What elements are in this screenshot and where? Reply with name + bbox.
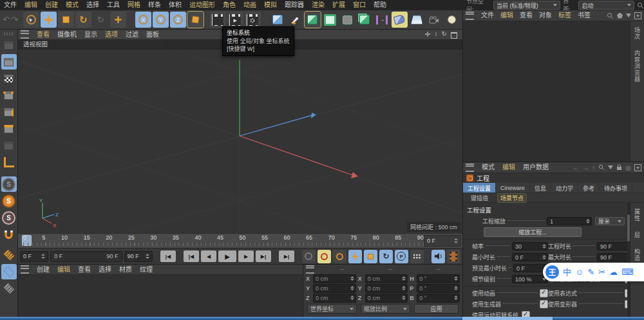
coordinate-system-button[interactable] — [187, 12, 204, 28]
viewport-menu-options[interactable]: 选项 — [101, 30, 122, 39]
move-tool-button[interactable] — [41, 12, 57, 28]
forward-icon[interactable]: → — [582, 164, 589, 171]
current-frame-spinner[interactable]: 0 F — [424, 235, 461, 247]
object-tree[interactable] — [463, 21, 630, 162]
sound-button[interactable] — [431, 250, 445, 263]
render-settings-button[interactable] — [245, 12, 261, 28]
ffd-deformer-button[interactable] — [339, 12, 355, 28]
scale-project-button[interactable]: 缩放工程... — [484, 227, 582, 237]
pos-y-input[interactable]: 0 cm — [313, 284, 356, 293]
tab-dynamics[interactable]: 动力学 — [551, 183, 578, 193]
drag-handle[interactable] — [4, 32, 14, 35]
texture-axis-mode-button[interactable] — [1, 138, 17, 153]
ime-emoji-icon[interactable]: ☺ — [575, 268, 583, 276]
om-menu-file[interactable]: 文件 — [478, 10, 497, 21]
scale-tool-button[interactable] — [58, 12, 74, 28]
menu-file[interactable]: 文件 — [0, 0, 21, 10]
material-menu-edit[interactable]: 编辑 — [53, 265, 74, 275]
min-time-input[interactable]: 0 F — [512, 253, 548, 261]
y-axis-lock-button[interactable]: Y — [153, 12, 169, 28]
lock-workplane-button[interactable] — [1, 264, 17, 279]
project-scale-unit-select[interactable]: 厘米 — [595, 217, 625, 225]
filter-icon[interactable] — [626, 14, 631, 17]
generator-cube-button[interactable] — [322, 12, 338, 28]
solo-single-button[interactable]: S — [1, 193, 17, 209]
x-axis-lock-button[interactable]: X — [135, 12, 151, 28]
maximize-view-icon[interactable] — [451, 32, 457, 39]
autokey-button[interactable] — [317, 250, 331, 263]
menu-edit[interactable]: 编辑 — [21, 0, 41, 10]
key-position-button[interactable] — [348, 250, 362, 263]
use-generators-checkbox[interactable] — [540, 300, 548, 308]
ime-logo-icon[interactable]: 王 — [545, 265, 559, 279]
target-icon[interactable]: ◎ — [625, 164, 631, 171]
camera-button[interactable] — [426, 12, 442, 28]
om-menu-edit[interactable]: 编辑 — [497, 10, 516, 21]
floor-button[interactable] — [409, 12, 425, 28]
undo-button[interactable]: ↶ — [3, 15, 10, 24]
attr-menu-edit[interactable]: 编辑 — [498, 162, 519, 173]
rotate-tool-button[interactable]: ↻ — [75, 12, 91, 28]
om-menu-tags[interactable]: 标签 — [555, 10, 574, 21]
home-icon[interactable] — [617, 13, 623, 19]
search-icon[interactable] — [607, 12, 614, 19]
solo-hierarchy-button[interactable]: S — [1, 210, 17, 225]
menu-mode[interactable]: 模式 — [62, 0, 82, 10]
viewport-menu-view[interactable]: 查看 — [33, 30, 53, 39]
lock-icon[interactable] — [616, 164, 622, 171]
tab-attributes[interactable]: 属性 — [633, 205, 641, 225]
scale-x-input[interactable]: 0 cm — [365, 274, 408, 283]
material-menu-material[interactable]: 材质 — [115, 265, 136, 275]
rot-p-input[interactable]: 0 ° — [417, 284, 460, 293]
new-panel-icon[interactable] — [634, 164, 641, 171]
spline-pen-button[interactable] — [287, 12, 303, 28]
play-button[interactable]: ▶ — [218, 250, 236, 262]
scale-y-input[interactable]: 0 cm — [365, 284, 408, 293]
ime-pen-icon[interactable]: ✎ — [587, 268, 594, 276]
viewport-canvas[interactable]: Y Z X 网格间距 : 500 cm — [18, 49, 462, 234]
next-frame-button[interactable]: ▶ — [238, 250, 254, 262]
menu-tools[interactable]: 工具 — [103, 0, 124, 10]
pos-z-input[interactable]: 0 cm — [313, 294, 356, 303]
tab-scene-nodes[interactable]: 场景节点 — [497, 193, 527, 203]
texture-mode-button[interactable] — [1, 71, 17, 86]
attribute-scrollbar[interactable] — [627, 203, 630, 320]
tab-layers[interactable]: 层 — [633, 229, 641, 241]
ime-keyboard-icon[interactable]: ⌨ — [621, 268, 634, 276]
polygons-mode-button[interactable] — [1, 121, 17, 136]
key-scale-button[interactable] — [364, 250, 377, 263]
start-frame-spinner[interactable]: 0 F — [20, 251, 48, 262]
node-space-select[interactable]: 当前 (标准/物理) — [493, 1, 560, 10]
rot-b-input[interactable]: 0 ° — [417, 294, 460, 303]
scale-mode-select[interactable]: 缩放比例 — [361, 304, 410, 314]
material-menu-view[interactable]: 查看 — [74, 265, 95, 275]
project-scale-input[interactable]: 1 — [547, 217, 592, 225]
material-list-empty[interactable] — [18, 275, 303, 317]
hamburger-icon[interactable] — [466, 12, 474, 20]
viewport-view-label[interactable]: 透视视图 — [18, 39, 166, 49]
project-time-input[interactable]: 90 F — [597, 242, 627, 250]
timeline-mode-button[interactable] — [447, 250, 460, 263]
tab-project-settings[interactable]: 工程设置 — [463, 183, 496, 193]
goto-end-button[interactable]: ▶| — [279, 250, 294, 262]
tab-takes[interactable]: 场次 — [633, 24, 641, 43]
ime-scissors-icon[interactable]: ✂ — [598, 268, 605, 276]
scrollbar-thumb[interactable] — [462, 317, 553, 320]
prev-frame-button[interactable]: ◀ — [201, 250, 216, 262]
keyframe-selection-button[interactable] — [333, 250, 346, 263]
make-editable-button[interactable] — [1, 37, 17, 53]
menu-select[interactable]: 选择 — [82, 0, 103, 10]
material-menu-create[interactable]: 创建 — [33, 265, 53, 275]
tab-todo[interactable]: 待办事项 — [600, 183, 632, 193]
subdivision-surface-button[interactable] — [305, 12, 321, 28]
viewport-menu-cameras[interactable]: 摄像机 — [53, 30, 80, 39]
goto-start-button[interactable]: |◀ — [160, 250, 176, 262]
next-key-button[interactable]: ▶| — [256, 250, 271, 262]
menu-mograph[interactable]: 运动图形 — [185, 0, 219, 10]
material-menu-texture[interactable]: 纹理 — [136, 265, 156, 275]
timeline-ruler[interactable]: 0510 152025 303540 455055 606570 758085 … — [18, 233, 462, 248]
hamburger-icon[interactable] — [306, 265, 314, 274]
pos-x-input[interactable]: 0 cm — [313, 274, 356, 283]
tab-reference[interactable]: 参考 — [578, 183, 600, 193]
cloner-button[interactable] — [357, 12, 373, 28]
